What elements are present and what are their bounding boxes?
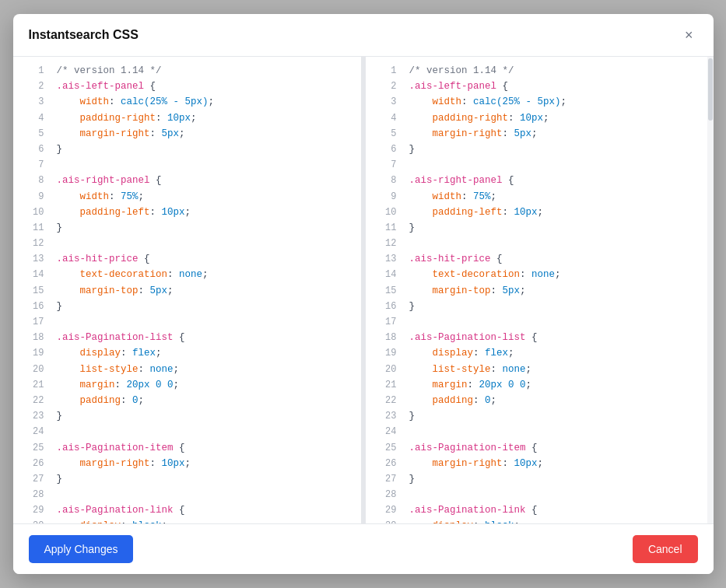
line-number: 30 [375,519,397,523]
line-content[interactable] [409,236,704,251]
table-row: 19 display: flex; [366,345,714,361]
line-content[interactable]: .ais-right-panel { [409,173,704,188]
table-row: 3 width: calc(25% - 5px); [13,94,361,110]
table-row: 26 margin-right: 10px; [366,456,714,471]
line-content[interactable]: margin-top: 5px; [57,283,352,299]
line-content[interactable]: } [409,408,704,424]
line-content[interactable]: .ais-Pagination-list { [409,330,704,345]
line-number: 6 [23,142,44,157]
line-content[interactable]: display: block; [57,518,352,523]
line-content[interactable]: padding-left: 10px; [57,205,352,220]
line-number: 1 [23,64,44,79]
line-number: 24 [375,425,397,439]
line-content[interactable]: padding-right: 10px; [57,110,352,126]
line-number: 19 [23,346,44,361]
line-content[interactable]: width: 75%; [57,189,352,205]
line-content[interactable]: padding: 0; [57,393,352,408]
table-row: 30 display: block; [13,518,361,523]
line-number: 18 [23,331,44,345]
line-content[interactable]: .ais-hit-price { [409,251,704,267]
table-row: 10 padding-left: 10px; [366,205,714,220]
line-content[interactable]: margin-top: 5px; [409,283,704,299]
table-row: 5 margin-right: 5px; [366,126,714,142]
line-content[interactable]: } [409,142,704,157]
line-content[interactable] [57,314,352,330]
line-content[interactable]: padding-right: 10px; [409,110,704,126]
line-content[interactable]: } [57,471,352,487]
line-content[interactable]: .ais-hit-price { [57,251,352,267]
line-content[interactable] [57,424,352,439]
line-content[interactable]: margin-right: 5px; [57,126,352,142]
line-content[interactable]: margin: 20px 0 0; [409,377,704,393]
line-content[interactable] [409,157,704,173]
line-number: 1 [375,64,397,79]
line-content[interactable]: } [57,220,352,236]
line-content[interactable]: list-style: none; [57,362,352,377]
line-content[interactable]: .ais-right-panel { [57,173,352,188]
line-content[interactable]: margin-right: 10px; [409,456,704,471]
code-pane-right[interactable]: 1/* version 1.14 */2.ais-left-panel {3 w… [366,57,714,523]
line-content[interactable] [57,487,352,502]
line-content[interactable]: margin-right: 10px; [57,456,352,471]
line-number: 2 [375,79,397,94]
line-content[interactable]: text-decoration: none; [409,267,704,282]
line-content[interactable] [409,424,704,439]
line-content[interactable]: display: block; [409,518,704,523]
modal: Instantsearch CSS × 1/* version 1.14 */2… [13,14,714,574]
line-content[interactable]: } [409,299,704,314]
line-content[interactable]: width: calc(25% - 5px); [409,94,704,110]
line-content[interactable]: padding: 0; [409,393,704,408]
table-row: 18.ais-Pagination-list { [13,330,361,345]
line-content[interactable]: } [409,471,704,487]
line-content[interactable]: } [57,142,352,157]
line-content[interactable]: .ais-Pagination-item { [57,440,352,456]
line-number: 28 [375,488,397,502]
line-content[interactable]: .ais-left-panel { [409,79,704,94]
line-content[interactable]: width: calc(25% - 5px); [57,94,352,110]
line-content[interactable]: margin-right: 5px; [409,126,704,142]
line-number: 23 [375,409,397,424]
line-content[interactable]: /* version 1.14 */ [57,63,352,79]
code-pane-left[interactable]: 1/* version 1.14 */2.ais-left-panel {3 w… [13,57,361,523]
line-number: 8 [375,173,397,188]
line-number: 19 [375,346,397,361]
line-number: 11 [375,221,397,236]
line-content[interactable]: } [57,299,352,314]
line-content[interactable]: .ais-Pagination-list { [57,330,352,345]
line-content[interactable]: display: flex; [57,345,352,361]
table-row: 6} [366,142,714,157]
apply-changes-button[interactable]: Apply Changes [29,535,134,563]
table-row: 20 list-style: none; [366,362,714,377]
table-row: 24 [13,424,361,439]
line-content[interactable]: padding-left: 10px; [409,205,704,220]
line-content[interactable]: .ais-Pagination-link { [409,502,704,518]
table-row: 1/* version 1.14 */ [13,63,361,79]
table-row: 3 width: calc(25% - 5px); [366,94,714,110]
table-row: 12 [366,236,714,251]
cancel-button[interactable]: Cancel [633,535,698,563]
code-editor-left: 1/* version 1.14 */2.ais-left-panel {3 w… [13,57,361,523]
line-content[interactable]: } [57,408,352,424]
line-number: 10 [23,205,44,220]
line-number: 25 [23,441,44,456]
table-row: 14 text-decoration: none; [366,267,714,282]
line-content[interactable]: margin: 20px 0 0; [57,377,352,393]
line-content[interactable]: } [409,220,704,236]
table-row: 16} [366,299,714,314]
line-content[interactable] [57,157,352,173]
line-content[interactable] [57,236,352,251]
line-content[interactable]: .ais-Pagination-link { [57,502,352,518]
line-content[interactable]: .ais-Pagination-item { [409,440,704,456]
code-editor-right: 1/* version 1.14 */2.ais-left-panel {3 w… [366,57,714,523]
line-content[interactable] [409,487,704,502]
line-content[interactable]: list-style: none; [409,362,704,377]
line-content[interactable]: .ais-left-panel { [57,79,352,94]
line-content[interactable]: width: 75%; [409,189,704,205]
line-content[interactable] [409,314,704,330]
table-row: 4 padding-right: 10px; [366,110,714,126]
line-content[interactable]: text-decoration: none; [57,267,352,282]
line-content[interactable]: /* version 1.14 */ [409,63,704,79]
line-content[interactable]: display: flex; [409,345,704,361]
table-row: 6} [13,142,361,157]
close-button[interactable]: × [680,26,698,44]
